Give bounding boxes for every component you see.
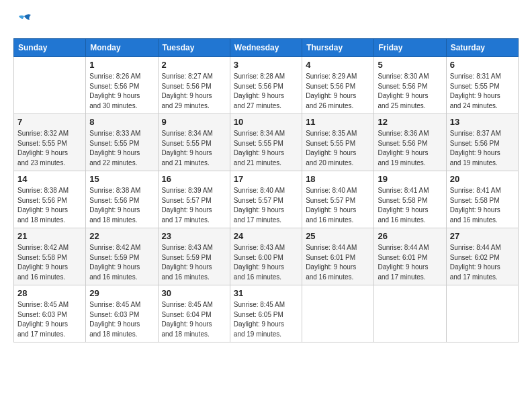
calendar-cell: 18Sunrise: 8:40 AM Sunset: 5:57 PM Dayli… bbox=[302, 171, 374, 228]
day-number: 16 bbox=[162, 174, 226, 184]
day-info: Sunrise: 8:38 AM Sunset: 5:56 PM Dayligh… bbox=[89, 186, 154, 225]
day-info: Sunrise: 8:44 AM Sunset: 6:01 PM Dayligh… bbox=[306, 243, 370, 282]
day-info: Sunrise: 8:33 AM Sunset: 5:55 PM Dayligh… bbox=[89, 129, 154, 168]
day-info: Sunrise: 8:34 AM Sunset: 5:55 PM Dayligh… bbox=[162, 129, 226, 168]
calendar-cell: 4Sunrise: 8:29 AM Sunset: 5:56 PM Daylig… bbox=[302, 57, 374, 114]
page-header bbox=[13, 13, 519, 32]
calendar-cell: 16Sunrise: 8:39 AM Sunset: 5:57 PM Dayli… bbox=[158, 171, 230, 228]
calendar-cell bbox=[14, 57, 86, 114]
calendar-day-header: Thursday bbox=[302, 39, 374, 57]
day-info: Sunrise: 8:34 AM Sunset: 5:55 PM Dayligh… bbox=[234, 129, 298, 168]
calendar-cell: 21Sunrise: 8:42 AM Sunset: 5:58 PM Dayli… bbox=[14, 228, 86, 285]
calendar-day-header: Saturday bbox=[446, 39, 518, 57]
day-info: Sunrise: 8:43 AM Sunset: 6:00 PM Dayligh… bbox=[234, 243, 298, 282]
logo-bird-icon bbox=[15, 13, 34, 28]
day-info: Sunrise: 8:42 AM Sunset: 5:59 PM Dayligh… bbox=[89, 243, 154, 282]
day-number: 19 bbox=[378, 174, 442, 184]
calendar-cell: 6Sunrise: 8:31 AM Sunset: 5:55 PM Daylig… bbox=[446, 57, 518, 114]
calendar-cell: 28Sunrise: 8:45 AM Sunset: 6:03 PM Dayli… bbox=[14, 285, 86, 342]
day-info: Sunrise: 8:38 AM Sunset: 5:56 PM Dayligh… bbox=[17, 186, 82, 225]
day-number: 5 bbox=[378, 60, 442, 70]
day-number: 29 bbox=[89, 288, 154, 298]
calendar-cell bbox=[302, 285, 374, 342]
day-number: 22 bbox=[89, 231, 154, 241]
day-number: 14 bbox=[17, 174, 82, 184]
day-number: 17 bbox=[234, 174, 298, 184]
day-info: Sunrise: 8:45 AM Sunset: 6:04 PM Dayligh… bbox=[162, 300, 226, 339]
calendar-cell: 25Sunrise: 8:44 AM Sunset: 6:01 PM Dayli… bbox=[302, 228, 374, 285]
day-info: Sunrise: 8:41 AM Sunset: 5:58 PM Dayligh… bbox=[450, 186, 515, 225]
calendar-cell: 8Sunrise: 8:33 AM Sunset: 5:55 PM Daylig… bbox=[86, 114, 158, 171]
day-number: 21 bbox=[17, 231, 82, 241]
day-info: Sunrise: 8:45 AM Sunset: 6:05 PM Dayligh… bbox=[234, 300, 298, 339]
calendar-header-row: SundayMondayTuesdayWednesdayThursdayFrid… bbox=[14, 39, 519, 57]
day-info: Sunrise: 8:37 AM Sunset: 5:56 PM Dayligh… bbox=[450, 129, 515, 168]
day-number: 4 bbox=[306, 60, 370, 70]
day-number: 25 bbox=[306, 231, 370, 241]
calendar-cell: 2Sunrise: 8:27 AM Sunset: 5:56 PM Daylig… bbox=[158, 57, 230, 114]
day-info: Sunrise: 8:31 AM Sunset: 5:55 PM Dayligh… bbox=[450, 72, 515, 111]
calendar-cell: 22Sunrise: 8:42 AM Sunset: 5:59 PM Dayli… bbox=[86, 228, 158, 285]
calendar-cell: 30Sunrise: 8:45 AM Sunset: 6:04 PM Dayli… bbox=[158, 285, 230, 342]
calendar-cell: 29Sunrise: 8:45 AM Sunset: 6:03 PM Dayli… bbox=[86, 285, 158, 342]
day-number: 20 bbox=[450, 174, 515, 184]
day-info: Sunrise: 8:40 AM Sunset: 5:57 PM Dayligh… bbox=[306, 186, 370, 225]
day-number: 26 bbox=[378, 231, 442, 241]
day-number: 2 bbox=[162, 60, 226, 70]
day-info: Sunrise: 8:42 AM Sunset: 5:58 PM Dayligh… bbox=[17, 243, 82, 282]
calendar-cell: 20Sunrise: 8:41 AM Sunset: 5:58 PM Dayli… bbox=[446, 171, 518, 228]
day-info: Sunrise: 8:40 AM Sunset: 5:57 PM Dayligh… bbox=[234, 186, 298, 225]
day-info: Sunrise: 8:32 AM Sunset: 5:55 PM Dayligh… bbox=[17, 129, 82, 168]
day-info: Sunrise: 8:36 AM Sunset: 5:56 PM Dayligh… bbox=[378, 129, 442, 168]
calendar-week-row: 14Sunrise: 8:38 AM Sunset: 5:56 PM Dayli… bbox=[14, 171, 519, 228]
day-number: 3 bbox=[234, 60, 298, 70]
calendar-cell: 17Sunrise: 8:40 AM Sunset: 5:57 PM Dayli… bbox=[230, 171, 302, 228]
calendar-cell: 13Sunrise: 8:37 AM Sunset: 5:56 PM Dayli… bbox=[446, 114, 518, 171]
calendar-week-row: 21Sunrise: 8:42 AM Sunset: 5:58 PM Dayli… bbox=[14, 228, 519, 285]
calendar-cell: 31Sunrise: 8:45 AM Sunset: 6:05 PM Dayli… bbox=[230, 285, 302, 342]
day-info: Sunrise: 8:27 AM Sunset: 5:56 PM Dayligh… bbox=[162, 72, 226, 111]
calendar-cell: 19Sunrise: 8:41 AM Sunset: 5:58 PM Dayli… bbox=[374, 171, 446, 228]
calendar-cell: 12Sunrise: 8:36 AM Sunset: 5:56 PM Dayli… bbox=[374, 114, 446, 171]
day-number: 7 bbox=[17, 117, 82, 127]
day-info: Sunrise: 8:41 AM Sunset: 5:58 PM Dayligh… bbox=[378, 186, 442, 225]
day-info: Sunrise: 8:45 AM Sunset: 6:03 PM Dayligh… bbox=[89, 300, 154, 339]
day-info: Sunrise: 8:44 AM Sunset: 6:01 PM Dayligh… bbox=[378, 243, 442, 282]
calendar-day-header: Monday bbox=[86, 39, 158, 57]
calendar-week-row: 28Sunrise: 8:45 AM Sunset: 6:03 PM Dayli… bbox=[14, 285, 519, 342]
calendar-cell: 7Sunrise: 8:32 AM Sunset: 5:55 PM Daylig… bbox=[14, 114, 86, 171]
day-number: 9 bbox=[162, 117, 226, 127]
day-number: 1 bbox=[89, 60, 154, 70]
day-number: 8 bbox=[89, 117, 154, 127]
logo bbox=[13, 13, 34, 32]
day-info: Sunrise: 8:26 AM Sunset: 5:56 PM Dayligh… bbox=[89, 72, 154, 111]
calendar-cell: 1Sunrise: 8:26 AM Sunset: 5:56 PM Daylig… bbox=[86, 57, 158, 114]
day-number: 24 bbox=[234, 231, 298, 241]
calendar-cell bbox=[446, 285, 518, 342]
day-info: Sunrise: 8:43 AM Sunset: 5:59 PM Dayligh… bbox=[162, 243, 226, 282]
day-number: 15 bbox=[89, 174, 154, 184]
day-number: 12 bbox=[378, 117, 442, 127]
day-number: 18 bbox=[306, 174, 370, 184]
calendar-cell: 27Sunrise: 8:44 AM Sunset: 6:02 PM Dayli… bbox=[446, 228, 518, 285]
day-info: Sunrise: 8:28 AM Sunset: 5:56 PM Dayligh… bbox=[234, 72, 298, 111]
calendar-cell: 14Sunrise: 8:38 AM Sunset: 5:56 PM Dayli… bbox=[14, 171, 86, 228]
day-info: Sunrise: 8:35 AM Sunset: 5:55 PM Dayligh… bbox=[306, 129, 370, 168]
day-info: Sunrise: 8:29 AM Sunset: 5:56 PM Dayligh… bbox=[306, 72, 370, 111]
day-number: 28 bbox=[17, 288, 82, 298]
calendar-cell: 9Sunrise: 8:34 AM Sunset: 5:55 PM Daylig… bbox=[158, 114, 230, 171]
day-number: 30 bbox=[162, 288, 226, 298]
day-number: 13 bbox=[450, 117, 515, 127]
calendar-cell: 11Sunrise: 8:35 AM Sunset: 5:55 PM Dayli… bbox=[302, 114, 374, 171]
day-number: 10 bbox=[234, 117, 298, 127]
calendar-cell: 26Sunrise: 8:44 AM Sunset: 6:01 PM Dayli… bbox=[374, 228, 446, 285]
calendar-cell: 15Sunrise: 8:38 AM Sunset: 5:56 PM Dayli… bbox=[86, 171, 158, 228]
day-info: Sunrise: 8:44 AM Sunset: 6:02 PM Dayligh… bbox=[450, 243, 515, 282]
calendar-day-header: Friday bbox=[374, 39, 446, 57]
calendar-cell bbox=[374, 285, 446, 342]
calendar-cell: 24Sunrise: 8:43 AM Sunset: 6:00 PM Dayli… bbox=[230, 228, 302, 285]
day-number: 23 bbox=[162, 231, 226, 241]
day-info: Sunrise: 8:39 AM Sunset: 5:57 PM Dayligh… bbox=[162, 186, 226, 225]
day-number: 11 bbox=[306, 117, 370, 127]
calendar-cell: 3Sunrise: 8:28 AM Sunset: 5:56 PM Daylig… bbox=[230, 57, 302, 114]
